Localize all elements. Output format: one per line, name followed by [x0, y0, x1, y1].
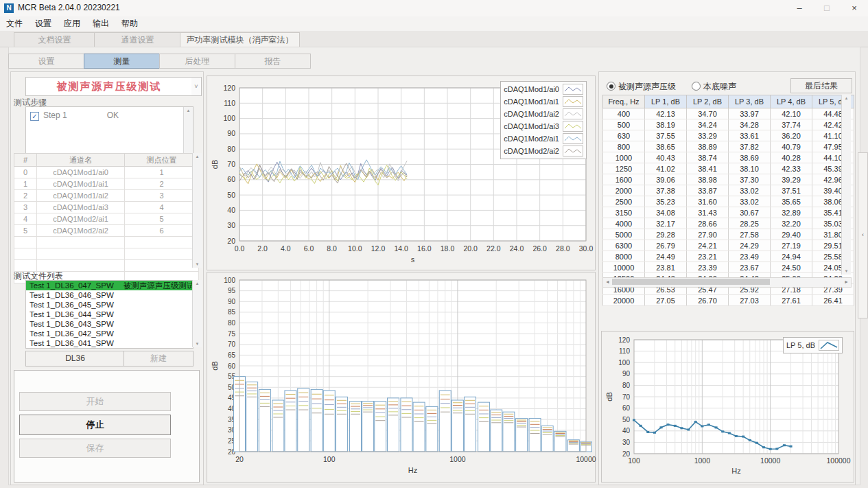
test-file-list[interactable]: Test 1_DL36_047_SPW被测声源声压级测试Test 1_DL36_…: [25, 280, 193, 349]
menu-item[interactable]: 帮助: [115, 16, 144, 31]
result-table-scrollbar[interactable]: ▲ ▼: [841, 95, 851, 275]
start-button[interactable]: 开始: [19, 392, 171, 411]
svg-text:70: 70: [228, 340, 236, 348]
table-row[interactable]: 125041.0238.4138.1042.3345.39: [603, 163, 854, 174]
list-item[interactable]: Test 1_DL36_044_SPW: [26, 310, 193, 319]
table-row[interactable]: 5cDAQ1Mod2/ai26: [14, 225, 199, 237]
menu-item[interactable]: 设置: [29, 16, 58, 31]
radio-background[interactable]: 本底噪声: [692, 80, 736, 93]
sub-tab-3[interactable]: 报告: [235, 54, 311, 69]
scroll-up-icon[interactable]: ▲: [193, 154, 202, 159]
scroll-down-icon[interactable]: ▼: [193, 342, 202, 346]
table-row[interactable]: 1cDAQ1Mod1/ai12: [14, 178, 199, 190]
table-row[interactable]: 315034.0831.4330.6732.8935.41: [603, 207, 854, 218]
scroll-up-icon[interactable]: ▲: [193, 281, 202, 286]
svg-text:28.0: 28.0: [556, 244, 570, 253]
menu-item[interactable]: 应用: [58, 16, 86, 31]
close-button[interactable]: ×: [841, 0, 868, 16]
main-tab-2[interactable]: 声功率测试模块（消声室法）: [180, 32, 300, 47]
table-row[interactable]: 80038.6538.8937.8240.7947.95: [603, 141, 854, 152]
step-list[interactable]: ✓Step 1OK ▲ ▼: [25, 106, 193, 160]
channel-table[interactable]: #通道名测点位置0cDAQ1Mod1/ai011cDAQ1Mod1/ai122c…: [14, 153, 199, 283]
list-item[interactable]: Test 1_DL36_047_SPW被测声源声压级测试: [26, 281, 193, 290]
svg-text:80: 80: [622, 382, 631, 389]
file-name: Test 1_DL36_047_SPW: [30, 281, 114, 290]
table-row[interactable]: 63037.5533.2933.6136.2041.10: [603, 130, 854, 141]
final-result-button[interactable]: 最后结果: [790, 78, 852, 93]
save-button[interactable]: 保存: [19, 439, 171, 458]
legend-line-swatch: [563, 96, 583, 107]
svg-text:75: 75: [228, 330, 236, 338]
minimize-button[interactable]: –: [786, 0, 813, 16]
new-button[interactable]: 新建: [124, 351, 193, 367]
list-item[interactable]: Test 1_DL36_046_SPW: [26, 290, 193, 300]
sub-tab-2[interactable]: 后处理: [159, 54, 235, 69]
svg-text:20: 20: [227, 237, 235, 245]
menu-item[interactable]: 文件: [0, 16, 29, 31]
file-list-scrollbar[interactable]: ▲ ▼: [192, 280, 202, 347]
sub-tab-0[interactable]: 设置: [8, 54, 84, 69]
legend-label: cDAQ1Mod1/ai1: [504, 97, 559, 106]
scroll-left-icon[interactable]: ◄: [605, 278, 610, 286]
svg-text:10000: 10000: [760, 456, 780, 465]
radio-selected-icon[interactable]: [607, 82, 615, 91]
radio-unselected-icon[interactable]: [692, 82, 701, 91]
legend-line-swatch: [563, 108, 583, 119]
scroll-down-icon[interactable]: ▼: [193, 262, 202, 266]
checkbox-checked-icon[interactable]: ✓: [30, 112, 39, 121]
table-row[interactable]: 0cDAQ1Mod1/ai01: [14, 167, 199, 178]
table-row[interactable]: 2cDAQ1Mod1/ai23: [14, 190, 199, 202]
sub-tab-1[interactable]: 测量: [84, 54, 160, 69]
table-row[interactable]: 160039.0638.9837.3039.2942.96: [603, 174, 854, 185]
table-row[interactable]: 4cDAQ1Mod2/ai15: [14, 213, 199, 225]
step-list-scrollbar[interactable]: ▲ ▼: [183, 107, 193, 159]
svg-text:100: 100: [628, 456, 640, 465]
chevron-down-icon[interactable]: ˅: [191, 77, 202, 96]
main-tab-0[interactable]: 文档设置: [14, 32, 95, 47]
table-row[interactable]: 2000027.0526.7027.0327.6126.41: [603, 295, 854, 306]
hscroll-thumb[interactable]: [612, 279, 770, 285]
table-row[interactable]: 1000023.8123.3923.6724.5024.05: [603, 262, 854, 273]
list-item[interactable]: Test 1_DL36_045_SPW: [26, 300, 193, 310]
test-type-combo[interactable]: 被测声源声压级测试: [25, 77, 193, 96]
table-row[interactable]: 630026.7924.2124.2927.1929.51: [603, 240, 854, 251]
list-item[interactable]: Test 1_DL36_043_SPW: [26, 319, 193, 329]
result-table[interactable]: Freq., HzLP 1, dBLP 2, dBLP 3, dBLP 4, d…: [602, 95, 854, 306]
scroll-up-icon[interactable]: ▲: [184, 108, 193, 113]
table-row[interactable]: 500029.2827.9027.5829.4031.80: [603, 229, 854, 240]
step-list-item[interactable]: ✓Step 1OK: [30, 111, 119, 121]
svg-text:12.0: 12.0: [371, 244, 386, 253]
svg-text:1000: 1000: [694, 456, 711, 465]
svg-text:8.0: 8.0: [327, 244, 337, 253]
table-row[interactable]: 250035.2331.6033.0235.6538.06: [603, 196, 854, 207]
scroll-right-icon[interactable]: ►: [844, 278, 849, 286]
table-row[interactable]: [14, 248, 199, 260]
maximize-button[interactable]: □: [813, 0, 841, 16]
table-row[interactable]: 100040.4338.7438.6940.2844.10: [603, 152, 854, 163]
spectrum-bar-plot: 2025303540455055606570758085909510020100…: [207, 272, 595, 482]
table-row[interactable]: 200037.3833.8733.0237.5139.40: [603, 185, 854, 196]
table-row[interactable]: [14, 260, 199, 272]
table-row[interactable]: 400032.1728.6628.2532.2035.03: [603, 218, 854, 229]
svg-text:22.0: 22.0: [486, 244, 501, 253]
collapse-panel-handle[interactable]: ‹: [858, 152, 868, 318]
table-row[interactable]: [14, 237, 199, 248]
table-row[interactable]: 50038.1934.2434.2837.7442.42: [603, 119, 854, 130]
radio-source[interactable]: 被测声源声压级: [607, 80, 676, 93]
radio-background-label: 本底噪声: [703, 82, 736, 91]
scroll-down-icon[interactable]: ▼: [842, 269, 851, 273]
stop-button[interactable]: 停止: [19, 415, 171, 435]
table-row[interactable]: 800024.4923.2123.4924.9425.58: [603, 251, 854, 262]
table-row[interactable]: 3cDAQ1Mod1/ai34: [14, 202, 199, 213]
result-table-hscrollbar[interactable]: ◄ ►: [602, 277, 852, 288]
dl36-button[interactable]: DL36: [25, 351, 125, 367]
channel-table-scrollbar[interactable]: ▲ ▼: [192, 153, 202, 268]
table-row[interactable]: 40042.1334.7033.9742.1044.48: [603, 108, 854, 119]
list-item[interactable]: Test 1_DL36_042_SPW: [26, 329, 193, 338]
scroll-up-icon[interactable]: ▲: [842, 96, 851, 100]
main-tab-1[interactable]: 通道设置: [94, 32, 181, 47]
legend-entry: LP 5, dB: [786, 339, 839, 351]
svg-text:0.0: 0.0: [235, 244, 245, 253]
list-item[interactable]: Test 1_DL36_041_SPW: [26, 338, 193, 348]
menu-item[interactable]: 输出: [86, 16, 115, 31]
